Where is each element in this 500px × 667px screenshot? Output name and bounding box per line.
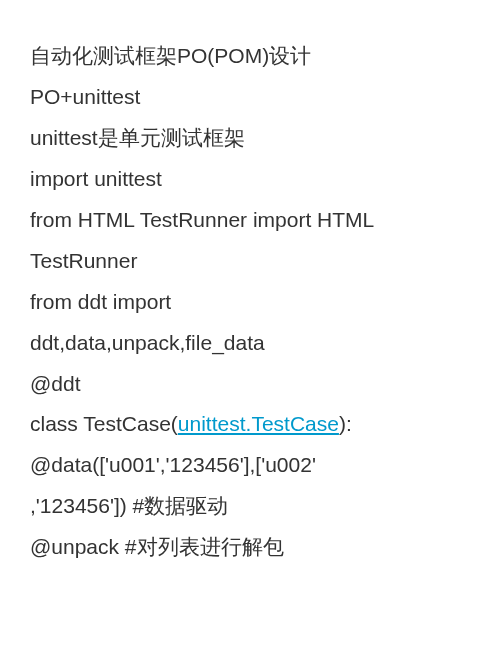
class-decl-post: ): xyxy=(339,412,352,435)
text-line-5a: from HTML TestRunner import HTML xyxy=(30,200,470,241)
text-line-2: PO+unittest xyxy=(30,77,470,118)
text-line-9: class TestCase(unittest.TestCase): xyxy=(30,404,470,445)
text-line-6: from ddt import xyxy=(30,282,470,323)
text-line-11: @unpack #对列表进行解包 xyxy=(30,527,470,568)
text-line-5b: TestRunner xyxy=(30,241,470,282)
text-line-3: unittest是单元测试框架 xyxy=(30,118,470,159)
text-line-8: @ddt xyxy=(30,364,470,405)
text-line-4: import unittest xyxy=(30,159,470,200)
text-line-7: ddt,data,unpack,file_data xyxy=(30,323,470,364)
unittest-testcase-link[interactable]: unittest.TestCase xyxy=(178,412,339,435)
text-line-10a: @data(['u001','123456'],['u002' xyxy=(30,445,470,486)
text-line-1: 自动化测试框架PO(POM)设计 xyxy=(30,36,470,77)
class-decl-pre: class TestCase( xyxy=(30,412,178,435)
text-line-10b: ,'123456']) #数据驱动 xyxy=(30,486,470,527)
